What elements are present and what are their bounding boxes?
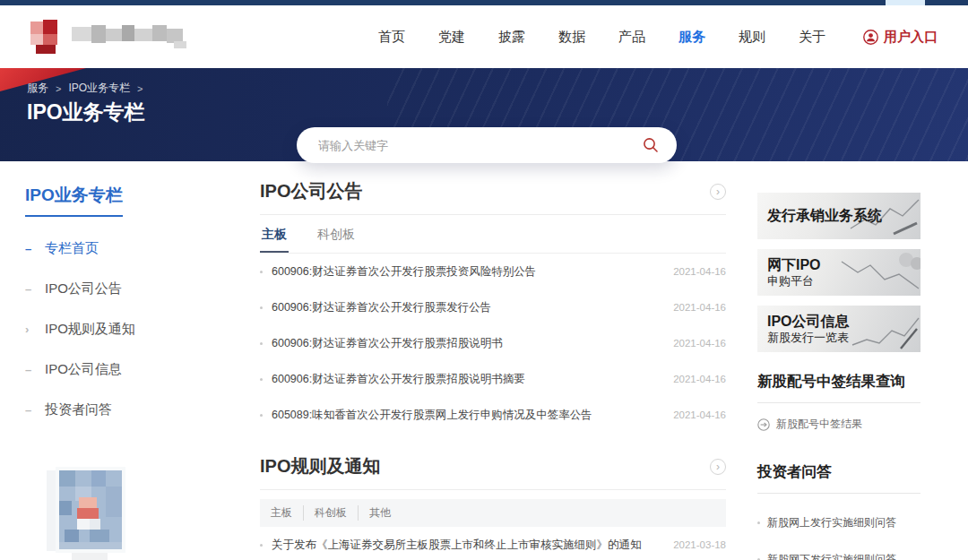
announcement-date: 2021-04-16 bbox=[662, 374, 726, 384]
chevron-right-icon: > bbox=[56, 83, 61, 94]
sidebar-title[interactable]: IPO业务专栏 bbox=[25, 184, 123, 217]
section-ipo-rules: IPO规则及通知 › 主板 科创板 其他 关于发布《上海证券交易所主板股票上市和… bbox=[260, 454, 726, 560]
logo-pixelated[interactable] bbox=[25, 16, 204, 57]
dash-icon: – bbox=[25, 282, 36, 296]
announcement-date: 2021-04-16 bbox=[662, 302, 726, 313]
sidebar-item-ipo-rules[interactable]: › IPO规则及通知 bbox=[25, 321, 240, 338]
sidebar-item-label: 投资者问答 bbox=[45, 401, 112, 418]
nav-products[interactable]: 产品 bbox=[618, 29, 645, 46]
nav-data[interactable]: 数据 bbox=[558, 29, 585, 46]
sidebar-item-ipo-announcements[interactable]: – IPO公司公告 bbox=[25, 280, 240, 297]
search-button[interactable] bbox=[641, 135, 661, 155]
announcement-link[interactable]: 600906:财达证券首次公开发行股票招股说明书摘要 2021-04-16 bbox=[260, 361, 726, 397]
sidebar-item-ipo-company-info[interactable]: – IPO公司信息 bbox=[25, 361, 240, 378]
site-header: 首页 党建 披露 数据 产品 服务 规则 关于 用户入口 bbox=[0, 5, 968, 68]
sidebar-illustration-pixelated bbox=[38, 458, 136, 560]
breadcrumb: 服务 > IPO业务专栏 > bbox=[27, 81, 143, 96]
bullet-dot bbox=[260, 378, 263, 381]
qa-link-label: 新股网下发行实施细则问答 bbox=[767, 552, 896, 560]
lottery-section-title: 新股配号中签结果查询 bbox=[757, 372, 920, 403]
tab-star-market[interactable]: 科创板 bbox=[315, 217, 357, 253]
bullet-dot bbox=[260, 544, 263, 547]
search-input[interactable] bbox=[318, 139, 641, 152]
announcement-date: 2021-04-16 bbox=[662, 409, 726, 420]
search-icon bbox=[643, 137, 659, 153]
qa-list: 新股网上发行实施细则问答 新股网下发行实施细则问答 bbox=[757, 515, 920, 560]
dash-icon: – bbox=[25, 403, 36, 417]
right-sidebar: 发行承销业务系统 网下IPO 申购平台 IPO公司信息 新股发行一览表 新股配号… bbox=[757, 193, 920, 560]
announcement-title: 600906:财达证券首次公开发行股票招股说明书 bbox=[272, 336, 503, 351]
tab-star-market[interactable]: 科创板 bbox=[304, 505, 359, 521]
sidebar-item-label: IPO公司公告 bbox=[45, 280, 122, 297]
page-title: IPO业务专栏 bbox=[27, 99, 145, 126]
page: 首页 党建 披露 数据 产品 服务 规则 关于 用户入口 服务 > IPO业务专… bbox=[0, 0, 968, 560]
qa-link-label: 新股网上发行实施细则问答 bbox=[767, 515, 896, 530]
announcement-title: 605089:味知香首次公开发行股票网上发行申购情况及中签率公告 bbox=[272, 408, 592, 423]
lottery-result-link[interactable]: 新股配号中签结果 bbox=[757, 417, 920, 432]
rules-tabs: 主板 科创板 其他 bbox=[260, 499, 726, 527]
banner-underwriting-system[interactable]: 发行承销业务系统 bbox=[757, 193, 920, 239]
announcement-link[interactable]: 600906:财达证券首次公开发行股票招股说明书 2021-04-16 bbox=[260, 325, 726, 361]
announcement-link[interactable]: 600906:财达证券首次公开发行股票发行公告 2021-04-16 bbox=[260, 289, 726, 325]
banner-label: IPO公司信息 bbox=[767, 313, 920, 331]
main-nav: 首页 党建 披露 数据 产品 服务 规则 关于 bbox=[378, 29, 825, 46]
announcement-date: 2021-04-16 bbox=[662, 266, 726, 277]
banner-label: 发行承销业务系统 bbox=[767, 207, 920, 225]
lottery-link-label: 新股配号中签结果 bbox=[776, 417, 862, 432]
rule-title: 关于发布《上海证券交易所主板股票上市和终止上市审核实施细则》的通知 bbox=[272, 538, 642, 553]
sidebar-menu: – 专栏首页 – IPO公司公告 › IPO规则及通知 – IPO公司信息 – … bbox=[25, 240, 240, 418]
nav-about[interactable]: 关于 bbox=[799, 29, 825, 46]
rule-date: 2021-03-18 bbox=[662, 539, 726, 550]
banner-ipo-company-info[interactable]: IPO公司信息 新股发行一览表 bbox=[757, 306, 920, 352]
user-entry-button[interactable]: 用户入口 bbox=[863, 29, 938, 46]
search-bar bbox=[297, 127, 677, 163]
announcement-tabs: 主板 科创板 bbox=[260, 217, 726, 254]
sidebar-item-label: 专栏首页 bbox=[45, 240, 99, 257]
bullet-dot bbox=[260, 342, 263, 345]
tab-main-board[interactable]: 主板 bbox=[271, 505, 304, 521]
dash-icon: – bbox=[25, 363, 36, 376]
banner-label: 网下IPO bbox=[767, 256, 920, 274]
qa-section-title: 投资者问答 bbox=[757, 462, 920, 494]
nav-services[interactable]: 服务 bbox=[678, 29, 705, 46]
qa-link[interactable]: 新股网上发行实施细则问答 bbox=[757, 515, 920, 530]
announcement-title: 600906:财达证券首次公开发行股票发行公告 bbox=[272, 300, 491, 315]
tab-main-board[interactable]: 主板 bbox=[260, 217, 289, 253]
sidebar-item-label: IPO规则及通知 bbox=[45, 321, 135, 338]
investor-qa-section: 投资者问答 新股网上发行实施细则问答 新股网下发行实施细则问答 bbox=[757, 462, 920, 560]
announcement-title: 600906:财达证券首次公开发行股票招股说明书摘要 bbox=[272, 372, 525, 387]
nav-disclosure[interactable]: 披露 bbox=[498, 29, 525, 46]
bullet-dot bbox=[260, 271, 263, 273]
rules-list: 关于发布《上海证券交易所主板股票上市和终止上市审核实施细则》的通知 2021-0… bbox=[260, 527, 726, 560]
section-ipo-announcements: IPO公司公告 › 主板 科创板 600906:财达证券首次公开发行股票投资风险… bbox=[260, 179, 726, 433]
user-icon bbox=[863, 30, 878, 45]
rule-link[interactable]: 关于发布《上海证券交易所主板股票上市和终止上市审核实施细则》的通知 2021-0… bbox=[260, 527, 726, 560]
breadcrumb-ipo-column[interactable]: IPO业务专栏 bbox=[68, 81, 130, 96]
left-sidebar: IPO业务专栏 – 专栏首页 – IPO公司公告 › IPO规则及通知 – IP… bbox=[25, 184, 240, 560]
banner-sublabel: 新股发行一览表 bbox=[767, 331, 920, 346]
user-entry-label: 用户入口 bbox=[884, 29, 938, 46]
nav-party[interactable]: 党建 bbox=[438, 29, 465, 46]
qa-link[interactable]: 新股网下发行实施细则问答 bbox=[757, 552, 920, 560]
lottery-result-section: 新股配号中签结果查询 新股配号中签结果 bbox=[757, 372, 920, 432]
announcement-title: 600906:财达证券首次公开发行股票投资风险特别公告 bbox=[272, 264, 536, 280]
nav-home[interactable]: 首页 bbox=[378, 29, 405, 46]
chevron-right-icon: › bbox=[25, 323, 36, 336]
bullet-dot bbox=[260, 414, 263, 417]
chevron-right-icon: > bbox=[137, 83, 143, 94]
nav-rules[interactable]: 规则 bbox=[739, 29, 765, 46]
banner-offline-ipo-platform[interactable]: 网下IPO 申购平台 bbox=[757, 249, 920, 296]
sidebar-item-column-home[interactable]: – 专栏首页 bbox=[25, 240, 240, 257]
announcement-link[interactable]: 605089:味知香首次公开发行股票网上发行申购情况及中签率公告 2021-04… bbox=[260, 397, 726, 433]
main-content: IPO公司公告 › 主板 科创板 600906:财达证券首次公开发行股票投资风险… bbox=[260, 179, 726, 560]
more-chevron-icon[interactable]: › bbox=[710, 184, 726, 200]
bullet-dot bbox=[757, 521, 760, 524]
section-title: IPO公司公告 bbox=[260, 179, 362, 203]
section-title: IPO规则及通知 bbox=[260, 454, 380, 478]
announcement-list: 600906:财达证券首次公开发行股票投资风险特别公告 2021-04-16 6… bbox=[260, 254, 726, 433]
sidebar-item-investor-qa[interactable]: – 投资者问答 bbox=[25, 401, 240, 418]
announcement-link[interactable]: 600906:财达证券首次公开发行股票投资风险特别公告 2021-04-16 bbox=[260, 254, 726, 289]
tab-other[interactable]: 其他 bbox=[359, 505, 402, 521]
more-chevron-icon[interactable]: › bbox=[710, 459, 726, 475]
breadcrumb-services[interactable]: 服务 bbox=[27, 81, 48, 96]
